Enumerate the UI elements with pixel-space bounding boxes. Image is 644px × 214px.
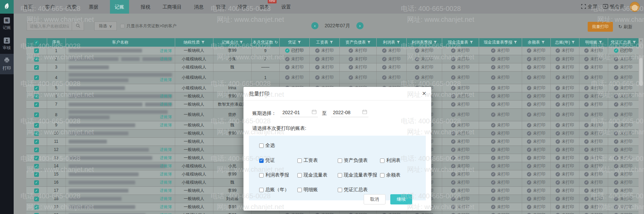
row-checkbox[interactable]: ✓ (34, 123, 39, 128)
row-checkbox[interactable]: ✓ (34, 57, 39, 62)
report-checkbox[interactable] (338, 173, 342, 178)
option-利润表季报[interactable]: 利润表季报 (259, 172, 297, 178)
sidebar-item-记账[interactable]: 账记账 (0, 14, 14, 34)
member-button[interactable]: 畅会员 (603, 4, 624, 10)
option-余额表[interactable]: 余额表 (380, 172, 423, 178)
filter-funnel-icon[interactable] (296, 40, 301, 45)
filter-funnel-icon[interactable] (631, 40, 636, 45)
ledger-link[interactable]: 进账簿 (160, 93, 172, 99)
option-资产负债表[interactable]: 资产负债表 (338, 157, 380, 164)
calendar-icon[interactable] (312, 109, 317, 115)
ledger-link[interactable]: 进账簿 (160, 204, 172, 210)
refresh-count-icon[interactable]: ↻ (275, 40, 278, 45)
filter-funnel-icon[interactable] (366, 40, 370, 45)
ledger-link[interactable]: 进账簿 (160, 56, 172, 62)
filter-funnel-icon[interactable] (432, 40, 437, 45)
row-checkbox[interactable]: ✓ (34, 86, 39, 91)
only-current-month-filter[interactable]: 只显示本月凭证数>0的客户 (120, 23, 177, 29)
ledger-link[interactable]: 进账簿 (160, 163, 172, 169)
filter-funnel-icon[interactable] (328, 40, 333, 45)
prev-month-button[interactable]: ‹ (311, 22, 319, 29)
report-checkbox[interactable] (259, 188, 264, 192)
ledger-link[interactable]: 进账簿 (160, 196, 172, 202)
nav-item-消息[interactable]: 消息 (193, 0, 204, 14)
ledger-link[interactable]: 进账簿 (160, 77, 172, 83)
row-checkbox[interactable]: ✓ (34, 205, 39, 210)
ledger-link[interactable]: 进账簿 (160, 102, 172, 107)
refresh-button[interactable]: ↻ 刷新 (618, 24, 632, 30)
scrollbar-thumb[interactable] (639, 58, 643, 86)
filter-funnel-icon[interactable] (200, 40, 205, 45)
only-current-month-checkbox[interactable] (120, 24, 125, 28)
search-input[interactable] (27, 21, 72, 31)
row-checkbox[interactable]: ✓ (34, 164, 39, 169)
ledger-link[interactable]: 进账簿 (160, 188, 172, 194)
nav-item-收费[interactable]: 收费 (66, 0, 77, 14)
row-checkbox[interactable]: ✓ (34, 156, 39, 160)
fullscreen-button[interactable]: 全屏 (581, 4, 597, 10)
filter-funnel-icon[interactable] (598, 40, 602, 45)
option-select-all[interactable]: 全选 (259, 142, 423, 149)
sidebar-item-打印[interactable]: 打印 (0, 54, 14, 74)
row-checkbox[interactable]: ✓ (34, 213, 39, 214)
filter-funnel-icon[interactable] (540, 40, 545, 45)
row-checkbox[interactable]: ✓ (34, 188, 39, 193)
close-icon[interactable]: ✕ (422, 87, 426, 101)
report-checkbox[interactable] (259, 173, 264, 178)
ledger-link[interactable]: 进账簿 (160, 122, 172, 128)
row-checkbox[interactable]: ✓ (34, 94, 39, 99)
option-利润表[interactable]: 利润表 (380, 157, 423, 164)
row-checkbox[interactable]: ✓ (34, 102, 39, 107)
ledger-link[interactable]: 进账簿 (160, 147, 172, 153)
period-from-field[interactable]: 2022-01 (280, 109, 318, 117)
row-checkbox[interactable]: ✓ (34, 75, 39, 80)
report-checkbox[interactable] (338, 188, 342, 192)
ledger-link[interactable]: 进账簿 (160, 114, 172, 120)
row-checkbox[interactable]: ✓ (34, 48, 39, 53)
ledger-link[interactable]: 进账簿 (160, 48, 172, 54)
report-checkbox[interactable] (297, 173, 302, 178)
filter-funnel-icon[interactable] (395, 40, 400, 45)
next-month-button[interactable]: › (356, 22, 363, 29)
cancel-button[interactable]: 取消 (364, 194, 386, 204)
filter-funnel-icon[interactable] (570, 40, 575, 45)
search-button[interactable] (72, 21, 84, 31)
filter-button[interactable]: 筛选 ∨ (94, 21, 117, 31)
option-凭证[interactable]: ✓凭证 (259, 157, 297, 164)
report-checkbox[interactable] (380, 173, 384, 178)
row-checkbox[interactable]: ✓ (34, 148, 39, 152)
sidebar-item-审核[interactable]: 审核 (0, 34, 14, 54)
filter-funnel-icon[interactable] (513, 40, 517, 45)
nav-item-设置[interactable]: 设置 (281, 0, 292, 14)
option-现金流量表[interactable]: 现金流量表 (297, 172, 338, 178)
period-to-field[interactable]: 2022-08 (331, 109, 368, 117)
nav-item-客户[interactable]: 客户 (44, 0, 55, 14)
batch-print-button[interactable]: 批量打印 (588, 22, 613, 32)
filter-funnel-icon[interactable] (238, 40, 243, 45)
option-工资表[interactable]: 工资表 (297, 157, 338, 164)
continue-button[interactable]: 继续 (390, 194, 412, 204)
ledger-link[interactable]: 进账簿 (160, 212, 172, 214)
row-checkbox[interactable]: ✓ (34, 131, 39, 136)
option-凭证汇总表[interactable]: 凭证汇总表 (338, 187, 380, 193)
nav-item-记账[interactable]: 记账 (110, 0, 129, 14)
filter-funnel-icon[interactable] (468, 40, 473, 45)
option-明细账[interactable]: 明细账 (297, 187, 338, 193)
row-checkbox[interactable]: ✓ (34, 112, 39, 117)
nav-item-经营[interactable]: 经营 (237, 0, 248, 14)
select-all-checkbox[interactable] (259, 143, 264, 148)
select-all-checkbox[interactable]: ✓ (34, 40, 39, 45)
nav-item-服务[interactable]: 服务new (259, 0, 270, 14)
brand-logo[interactable] (0, 0, 14, 14)
scroll-up-icon[interactable]: ▲ (639, 39, 643, 42)
row-checkbox[interactable]: ✓ (34, 139, 39, 144)
nav-item-票据[interactable]: 票据 (88, 0, 99, 14)
calendar-icon[interactable] (362, 109, 367, 115)
report-checkbox[interactable]: ✓ (259, 158, 264, 163)
user-avatar[interactable] (630, 2, 640, 12)
row-checkbox[interactable]: ✓ (34, 197, 39, 201)
option-总账（年）[interactable]: 总账（年） (259, 187, 297, 193)
nav-item-管理[interactable]: 管理 (215, 0, 226, 14)
ledger-link[interactable]: 进账簿 (160, 171, 172, 177)
report-checkbox[interactable] (338, 158, 342, 163)
